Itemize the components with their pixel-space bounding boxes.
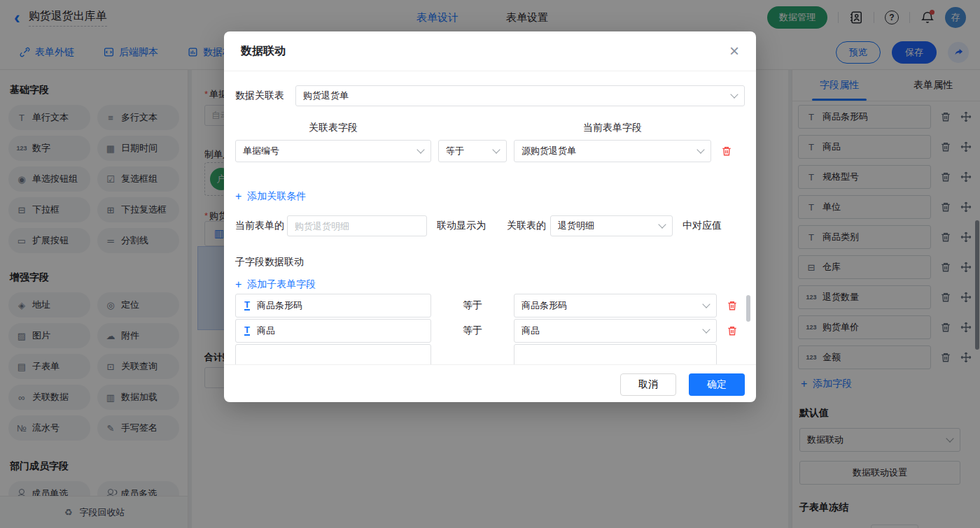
linked-table-row: 数据关联表 购货退货单	[235, 85, 745, 106]
condition-op-value: 等于	[446, 145, 464, 157]
delete-subfield-icon[interactable]	[727, 300, 738, 311]
modal-title: 数据联动	[241, 44, 286, 59]
confirm-button[interactable]: 确定	[689, 373, 745, 396]
chevron-down-icon	[658, 220, 666, 228]
condition-field-value: 单据编号	[243, 145, 279, 157]
condition-op-select[interactable]: 等于	[438, 140, 507, 162]
modal-scrollbar[interactable]	[746, 295, 750, 322]
data-linkage-modal: 数据联动 × 数据关联表 购货退货单 关联表字段 当前表单字段 单据编号	[224, 31, 756, 402]
close-icon[interactable]: ×	[729, 43, 739, 59]
chevron-down-icon	[492, 145, 500, 153]
spacer	[431, 122, 514, 134]
corresponding-label: 中对应值	[682, 220, 722, 232]
subfield-value-select[interactable]: 商品	[514, 319, 717, 343]
header-current-form-field: 当前表单字段	[514, 122, 711, 134]
subfield-field-label: 商品	[257, 324, 275, 337]
linked-field-select[interactable]: 退货明细	[550, 215, 673, 236]
plus-icon: +	[235, 279, 241, 290]
subfield-op: 等于	[438, 324, 507, 337]
delete-subfield-icon[interactable]	[727, 325, 738, 336]
linked-table-label: 数据关联表	[235, 90, 284, 102]
current-form-field-input[interactable]	[287, 215, 427, 236]
condition-target-select[interactable]: 源购货退货单	[514, 140, 711, 162]
subfield-op: 等于	[438, 299, 507, 312]
linked-field-value: 退货明细	[558, 220, 594, 232]
condition-target-value: 源购货退货单	[522, 145, 576, 157]
add-subfield-label: 添加子表单字段	[247, 278, 316, 291]
form-designer-app: ‹ 购货退货出库单 表单设计 表单设置 数据管理 ?	[0, 0, 980, 528]
condition-headers: 关联表字段 当前表单字段	[235, 122, 745, 134]
modal-footer: 取消 确定	[224, 364, 756, 402]
header-linked-table-field: 关联表字段	[235, 122, 431, 134]
linked-table-select[interactable]: 购货退货单	[295, 85, 745, 106]
add-subfield-link[interactable]: + 添加子表单字段	[235, 278, 316, 291]
text-icon: T	[244, 326, 250, 336]
modal-header: 数据联动 ×	[224, 31, 756, 71]
subfield-row-clipped	[235, 344, 745, 364]
condition-field-select[interactable]: 单据编号	[235, 140, 431, 162]
chevron-down-icon	[696, 145, 704, 153]
display-mapping-row: 当前表单的 联动显示为 关联表的 退货明细 中对应值	[235, 215, 745, 236]
subfield-row: T 商品条形码 等于 商品条形码	[235, 294, 745, 317]
plus-icon: +	[235, 191, 241, 202]
condition-row: 单据编号 等于 源购货退货单	[235, 140, 745, 162]
subfield-value-select[interactable]	[514, 344, 717, 364]
linked-table-of-label: 关联表的	[507, 220, 546, 232]
text-icon: T	[244, 301, 250, 311]
current-form-label: 当前表单的	[235, 220, 284, 232]
chevron-down-icon	[730, 90, 738, 98]
add-condition-link[interactable]: + 添加关联条件	[235, 190, 306, 203]
chevron-down-icon	[702, 300, 710, 308]
delete-condition-icon[interactable]	[721, 145, 732, 157]
subfield-value-select[interactable]: 商品条形码	[514, 294, 717, 317]
cancel-button[interactable]: 取消	[620, 373, 676, 396]
linked-table-value: 购货退货单	[303, 90, 349, 102]
chevron-down-icon	[702, 325, 710, 333]
subfield-row: T 商品 等于 商品	[235, 319, 745, 343]
subfield-linkage-title: 子字段数据联动	[235, 256, 745, 269]
subfield-field-box[interactable]	[235, 344, 431, 364]
display-as-label: 联动显示为	[437, 220, 486, 232]
modal-body: 数据关联表 购货退货单 关联表字段 当前表单字段 单据编号 等于	[224, 71, 756, 364]
subfield-value: 商品条形码	[522, 299, 567, 312]
subfield-field-box[interactable]: T 商品条形码	[235, 294, 431, 317]
add-condition-label: 添加关联条件	[247, 190, 306, 203]
subfield-field-box[interactable]: T 商品	[235, 319, 431, 343]
chevron-down-icon	[416, 145, 424, 153]
subfield-field-label: 商品条形码	[257, 299, 302, 312]
subfield-value: 商品	[522, 324, 540, 337]
